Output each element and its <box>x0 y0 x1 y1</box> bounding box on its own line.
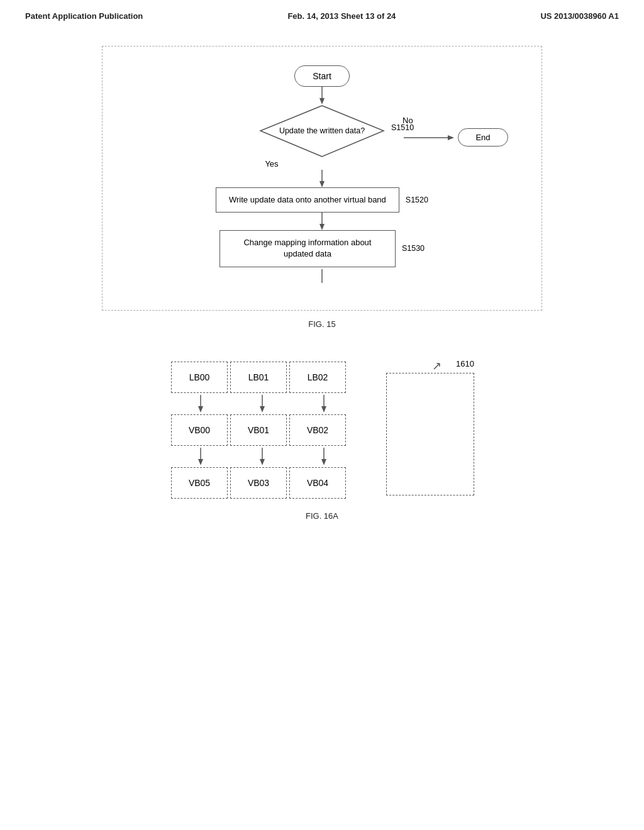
fig16a-container: LB00 LB01 LB02 <box>38 360 606 521</box>
end-oval: End <box>458 128 508 147</box>
vb02-cell: VB02 <box>289 414 346 446</box>
vb04-cell: VB04 <box>289 467 346 499</box>
svg-marker-19 <box>260 459 265 465</box>
svg-marker-6 <box>319 181 325 187</box>
start-oval: Start <box>294 65 350 87</box>
fig15-caption: FIG. 15 <box>308 319 335 329</box>
arrow-diamond-to-box1 <box>128 170 516 187</box>
arrow-vb02-vb04 <box>294 447 353 466</box>
svg-marker-1 <box>319 98 325 104</box>
band-grid: LB00 LB01 LB02 <box>170 360 355 500</box>
vb-top-row: VB00 VB01 VB02 <box>170 413 355 447</box>
fig16a-diagram: LB00 LB01 LB02 <box>170 360 474 500</box>
s1520-label: S1520 <box>406 196 428 204</box>
box2-change-mapping: Change mapping information about updated… <box>219 230 396 267</box>
vb00-cell: VB00 <box>171 414 228 446</box>
lb02-cell: LB02 <box>289 362 346 393</box>
s1530-label: S1530 <box>402 244 425 253</box>
svg-marker-11 <box>198 406 203 412</box>
diamond-text: Update the written data? <box>267 126 377 136</box>
svg-marker-21 <box>321 459 326 465</box>
svg-marker-4 <box>448 135 454 140</box>
label-1610: 1610 <box>456 359 474 368</box>
page-header: Patent Application Publication Feb. 14, … <box>0 0 644 27</box>
main-content: Start Update the written data? <box>0 27 644 540</box>
arrow-lb02-vb02 <box>294 394 353 413</box>
svg-marker-13 <box>260 406 265 412</box>
vb05-cell: VB05 <box>171 467 228 499</box>
arrow-vb01-vb03 <box>233 447 292 466</box>
fig16a-caption: FIG. 16A <box>306 511 338 521</box>
svg-marker-15 <box>321 406 326 412</box>
vb03-cell: VB03 <box>230 467 287 499</box>
arrow-box2-end <box>128 267 516 285</box>
arrow-start-to-diamond <box>128 87 516 104</box>
header-left: Patent Application Publication <box>25 11 143 21</box>
box1-write-update: Write update data onto another virtual b… <box>216 187 399 213</box>
lb00-cell: LB00 <box>171 362 228 393</box>
box-1610 <box>386 373 474 495</box>
arrow-vb00-vb05 <box>171 447 230 466</box>
lb-row: LB00 LB01 LB02 <box>170 360 355 394</box>
fig15-container: Start Update the written data? <box>38 46 606 329</box>
header-center: Feb. 14, 2013 Sheet 13 of 24 <box>287 11 396 21</box>
vb01-cell: VB01 <box>230 414 287 446</box>
arrow-row-vb-vb <box>170 447 355 466</box>
arrow-row-lb-vb <box>170 394 355 413</box>
svg-marker-17 <box>198 459 203 465</box>
no-label: No <box>402 116 413 125</box>
header-right: US 2013/0038960 A1 <box>540 11 619 21</box>
svg-marker-8 <box>319 224 325 230</box>
arrow-box1-to-box2 <box>128 213 516 230</box>
yes-label: Yes <box>27 159 516 169</box>
lb01-cell: LB01 <box>230 362 287 393</box>
arrow-lb00-vb00 <box>171 394 230 413</box>
arrow-lb01-vb01 <box>233 394 292 413</box>
vb-bot-row: VB05 VB03 VB04 <box>170 466 355 500</box>
